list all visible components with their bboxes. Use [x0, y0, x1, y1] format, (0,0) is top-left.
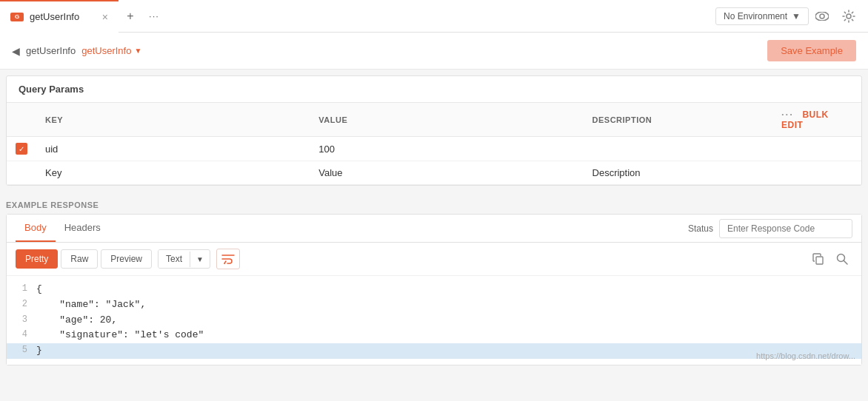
format-type-label: Text: [158, 250, 190, 268]
row-key-cell[interactable]: uid: [36, 137, 310, 161]
tab-icon: G: [10, 13, 24, 21]
code-line-1: 1 {: [7, 282, 861, 297]
active-tab[interactable]: G getUserInfo ×: [0, 0, 118, 33]
format-toolbar: Pretty Raw Preview Text ▼: [7, 243, 861, 276]
checkbox-checked-icon[interactable]: ✓: [16, 143, 27, 155]
line-content: "signature": "let's code": [36, 328, 861, 343]
table-row: ✓ uid 100: [7, 137, 861, 161]
tab-close-btn[interactable]: ×: [102, 12, 108, 22]
table-row-empty: Key Value Description: [7, 161, 861, 185]
line-number: 1: [7, 282, 36, 296]
copy-icon-btn[interactable]: [808, 249, 829, 269]
save-example-button[interactable]: Save Example: [767, 40, 856, 61]
toolbar-right-actions: [808, 249, 852, 269]
status-label: Status: [688, 223, 713, 234]
row-value-cell[interactable]: 100: [310, 137, 583, 161]
eye-icon: [815, 12, 829, 21]
row-description-cell[interactable]: [584, 137, 772, 161]
line-content: "age": 20,: [36, 313, 861, 328]
empty-key-cell[interactable]: Key: [36, 161, 310, 185]
gear-icon: [842, 10, 855, 23]
wrap-btn[interactable]: [216, 249, 240, 269]
breadcrumb-title[interactable]: getUserInfo ▼: [81, 45, 141, 56]
query-params-title: Query Params: [7, 76, 861, 103]
code-line-4: 4 "signature": "let's code": [7, 328, 861, 343]
col-header-key: KEY: [36, 103, 310, 137]
line-number: 3: [7, 313, 36, 327]
svg-point-2: [847, 14, 851, 18]
svg-line-5: [844, 260, 847, 264]
watermark: https://blog.csdn.net/drow...: [756, 351, 855, 360]
settings-icon-btn[interactable]: [835, 3, 862, 30]
svg-point-1: [820, 14, 824, 18]
tab-label: getUserInfo: [30, 11, 79, 22]
query-params-table: KEY VALUE DESCRIPTION ··· Bulk Edit ✓ ui…: [7, 103, 861, 185]
eye-icon-btn[interactable]: [809, 3, 835, 30]
environment-selector[interactable]: No Environment ▼: [715, 7, 809, 25]
breadcrumb-back-btn[interactable]: ◀: [12, 45, 20, 57]
breadcrumb-dropdown-arrow: ▼: [134, 47, 141, 55]
code-line-5: 5 }: [7, 343, 861, 359]
env-label: No Environment: [724, 11, 787, 21]
line-number: 5: [7, 343, 36, 357]
new-tab-btn[interactable]: +: [118, 0, 142, 33]
top-bar: G getUserInfo × + ··· No Environment ▼: [0, 0, 868, 33]
line-number: 4: [7, 328, 36, 342]
line-number: 2: [7, 297, 36, 311]
col-header-description: DESCRIPTION: [584, 103, 772, 137]
format-pretty-btn[interactable]: Pretty: [16, 249, 58, 269]
response-code-input[interactable]: [719, 219, 852, 238]
format-type-dropdown[interactable]: Text ▼: [158, 249, 210, 269]
line-content: {: [36, 282, 861, 297]
more-tabs-btn[interactable]: ···: [142, 0, 166, 33]
code-area: 1 { 2 "name": "Jack", 3 "age": 20, 4 "si…: [7, 276, 861, 365]
more-options-icon[interactable]: ···: [781, 109, 794, 120]
tab-headers[interactable]: Headers: [56, 215, 110, 242]
line-content: "name": "Jack",: [36, 297, 861, 313]
search-icon: [836, 253, 848, 265]
tabs-right-area: Status: [688, 219, 852, 238]
wrap-icon: [221, 254, 235, 264]
svg-rect-3: [816, 257, 823, 264]
code-wrapper: 1 { 2 "name": "Jack", 3 "age": 20, 4 "si…: [7, 276, 861, 365]
col-header-actions: ··· Bulk Edit: [772, 103, 861, 137]
format-dropdown-arrow-icon[interactable]: ▼: [190, 252, 210, 267]
top-right-controls: No Environment ▼: [715, 3, 868, 30]
breadcrumb-bar: ◀ getUserInfo getUserInfo ▼ Save Example: [0, 33, 868, 70]
search-icon-btn[interactable]: [832, 249, 852, 269]
row-checkbox-cell[interactable]: ✓: [7, 137, 36, 161]
response-tabs-bar: Body Headers Status: [7, 215, 861, 243]
chevron-down-icon: ▼: [792, 11, 801, 21]
tab-body[interactable]: Body: [16, 215, 56, 242]
empty-value-cell[interactable]: Value: [310, 161, 583, 185]
copy-icon: [812, 253, 824, 265]
format-raw-btn[interactable]: Raw: [61, 249, 98, 269]
response-panel: Body Headers Status Pretty Raw Preview T…: [6, 214, 862, 365]
col-header-checkbox: [7, 103, 36, 137]
code-line-3: 3 "age": 20,: [7, 313, 861, 328]
empty-description-cell[interactable]: Description: [584, 161, 772, 185]
format-preview-btn[interactable]: Preview: [101, 249, 152, 269]
code-line-2: 2 "name": "Jack",: [7, 297, 861, 313]
breadcrumb-parent: getUserInfo: [26, 45, 76, 56]
example-response-label: EXAMPLE RESPONSE: [0, 192, 868, 214]
svg-point-0: [815, 12, 829, 21]
main-content-panel: Query Params KEY VALUE DESCRIPTION ··· B…: [6, 75, 862, 186]
col-header-value: VALUE: [310, 103, 583, 137]
line-content: }: [36, 343, 861, 359]
row-actions-cell: [772, 137, 861, 161]
